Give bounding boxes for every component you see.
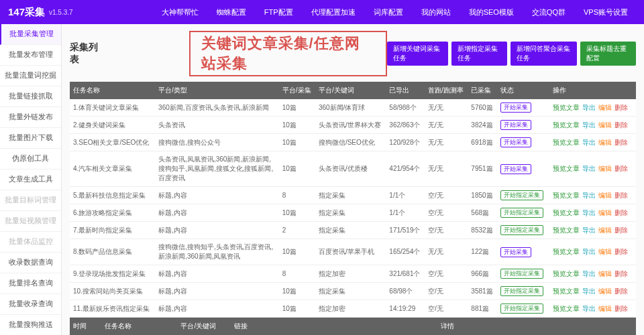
status-badge[interactable]: 开始指定采集 [500,269,543,279]
preview-link[interactable]: 预览文章 [553,226,580,234]
preview-link[interactable]: 预览文章 [553,121,580,129]
log-table: 时间任务名称平台/关键词链接详情 11:07:34【关键词】数码产品信息采集头条… [70,318,636,335]
preview-link[interactable]: 预览文章 [553,209,580,216]
preview-link[interactable]: 预览文章 [553,104,580,111]
table-row: 5.最新科技信息指定采集标题,内容8指定采集1/1个空/无1850篇开始指定采集… [70,187,636,204]
sidebar: 批量采集管理批量发布管理批量流量词挖掘批量链接抓取批量外链发布批量图片下载伪原创… [0,24,62,335]
table-row: 11.最新娱乐资讯指定采集标题,内容10篇指定加密14:19:29空/无881篇… [70,300,636,318]
delete-link[interactable]: 删除 [614,270,628,277]
row-ops: 预览文章导出编辑删除 [549,99,636,117]
export-link[interactable]: 导出 [582,248,596,255]
edit-link[interactable]: 编辑 [598,121,612,129]
delete-link[interactable]: 删除 [614,248,628,255]
col-header: 首跑/跑测率 [425,82,468,99]
export-link[interactable]: 导出 [582,192,596,199]
export-link[interactable]: 导出 [582,121,596,129]
delete-link[interactable]: 删除 [614,192,628,199]
edit-link[interactable]: 编辑 [598,165,612,172]
sidebar-item[interactable]: 批量发布管理 [0,45,61,66]
action-button[interactable]: 新增指定采集任务 [451,42,507,66]
topnav-item[interactable]: 我的SEO模版 [461,0,522,24]
delete-link[interactable]: 删除 [614,104,628,111]
delete-link[interactable]: 删除 [614,209,628,216]
export-link[interactable]: 导出 [582,165,596,172]
preview-link[interactable]: 预览文章 [553,165,580,172]
page-title: 采集列表 [70,42,102,66]
topnav-item[interactable]: 大神帮帮忙 [154,0,207,24]
topnav-item[interactable]: 交流QQ群 [524,0,574,24]
status-badge[interactable]: 开始采集 [500,247,531,257]
edit-link[interactable]: 编辑 [598,226,612,234]
status-badge[interactable]: 开始采集 [500,103,531,113]
delete-link[interactable]: 删除 [614,165,628,172]
status-badge[interactable]: 开始指定采集 [500,190,543,200]
topnav-item[interactable]: 我的网站 [413,0,459,24]
sidebar-item[interactable]: 批量采集管理 [0,24,61,45]
status-badge[interactable]: 开始指定采集 [500,304,543,314]
table-row: 10.搜索同站尚美页采集标题,内容10篇指定采集68/98个空/无3581篇开始… [70,283,636,300]
col-header: 已导出 [386,82,425,99]
action-button[interactable]: 新增关键词采集任务 [387,42,448,66]
sidebar-item[interactable]: 批量链接抓取 [0,86,61,107]
edit-link[interactable]: 编辑 [598,287,612,295]
delete-link[interactable]: 删除 [614,121,628,129]
topnav-item[interactable]: 蜘蛛配置 [209,0,254,24]
action-button[interactable]: 新增问答聚合采集任务 [511,42,577,66]
col-header: 任务名称 [70,82,155,99]
sidebar-item[interactable]: 收录数据查询 [0,253,61,273]
sidebar-item[interactable]: 批量图片下载 [0,128,61,149]
export-link[interactable]: 导出 [582,104,596,111]
sidebar-item[interactable]: 文章生成工具 [0,170,61,190]
preview-link[interactable]: 预览文章 [553,270,580,277]
sidebar-item[interactable]: 批量外链发布 [0,107,61,128]
row-ops: 预览文章导出编辑删除 [549,283,636,300]
delete-link[interactable]: 删除 [614,305,628,312]
export-link[interactable]: 导出 [582,287,596,295]
col-header: 平台/采集 [279,82,315,99]
preview-link[interactable]: 预览文章 [553,305,580,312]
topnav-item[interactable]: VPS账号设置 [576,0,636,24]
status-badge[interactable]: 开始采集 [500,120,531,130]
status-badge[interactable]: 开始指定采集 [500,208,543,218]
sidebar-item[interactable]: 批量收录查询 [0,294,61,315]
edit-link[interactable]: 编辑 [598,270,612,277]
edit-link[interactable]: 编辑 [598,209,612,216]
edit-link[interactable]: 编辑 [598,104,612,111]
status-badge[interactable]: 开始指定采集 [500,286,543,296]
sidebar-item[interactable]: 批量搜狗推送 [0,315,61,335]
preview-link[interactable]: 预览文章 [553,139,580,146]
row-ops: 预览文章导出编辑删除 [549,134,636,151]
action-button[interactable]: 采集标题去重配置 [580,42,636,66]
export-link[interactable]: 导出 [582,209,596,216]
edit-link[interactable]: 编辑 [598,248,612,255]
status-badge[interactable]: 开始采集 [500,164,531,174]
main-content: 采集列表 关键词文章采集/任意网站采集 新增关键词采集任务新增指定采集任务新增问… [62,24,644,335]
export-link[interactable]: 导出 [582,305,596,312]
topnav-item[interactable]: 词库配置 [366,0,411,24]
task-table: 任务名称平台/类型平台/采集平台/关键词已导出首跑/跑测率已采集状态操作 1.体… [70,82,636,318]
sidebar-item[interactable]: 批量排名查询 [0,273,61,294]
sidebar-item[interactable]: 批量流量词挖掘 [0,66,61,86]
sidebar-item[interactable]: 批量体品监控 [0,232,61,253]
delete-link[interactable]: 删除 [614,287,628,295]
status-badge[interactable]: 开始指定采集 [500,225,543,235]
edit-link[interactable]: 编辑 [598,305,612,312]
preview-link[interactable]: 预览文章 [553,248,580,255]
sidebar-item[interactable]: 批量目标词管理 [0,190,61,211]
topnav-item[interactable]: FTP配置 [256,0,301,24]
edit-link[interactable]: 编辑 [598,192,612,199]
sidebar-item[interactable]: 伪原创工具 [0,149,61,170]
edit-link[interactable]: 编辑 [598,139,612,146]
status-badge[interactable]: 开始采集 [500,137,531,147]
export-link[interactable]: 导出 [582,139,596,146]
preview-link[interactable]: 预览文章 [553,287,580,295]
preview-link[interactable]: 预览文章 [553,192,580,199]
row-ops: 预览文章导出编辑删除 [549,265,636,283]
export-link[interactable]: 导出 [582,270,596,277]
sidebar-item[interactable]: 批量短视频管理 [0,211,61,232]
export-link[interactable]: 导出 [582,226,596,234]
topnav-item[interactable]: 代理配置加速 [303,0,364,24]
top-nav: 大神帮帮忙蜘蛛配置FTP配置代理配置加速词库配置我的网站我的SEO模版交流QQ群… [154,0,636,24]
delete-link[interactable]: 删除 [614,226,628,234]
delete-link[interactable]: 删除 [614,139,628,146]
